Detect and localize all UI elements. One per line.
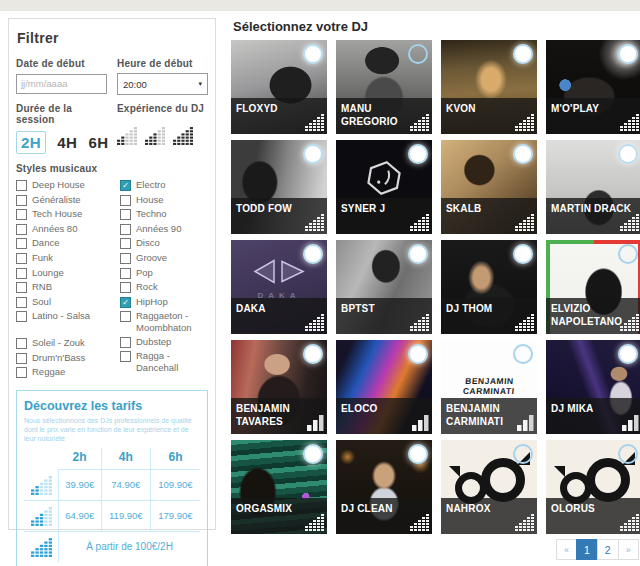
- dj-card-djthom[interactable]: DJ THOM: [441, 240, 537, 334]
- dj-select-circle[interactable]: [303, 44, 323, 64]
- dj-select-circle[interactable]: [303, 344, 323, 364]
- style-checkbox-ann-es-80[interactable]: Années 80: [16, 223, 120, 235]
- style-checkbox-techno[interactable]: Techno: [120, 208, 208, 220]
- dj-card-nahrox[interactable]: NAHROX: [441, 440, 537, 534]
- dj-select-circle[interactable]: [408, 44, 428, 64]
- style-checkbox-rnb[interactable]: RNB: [16, 281, 120, 293]
- styles-left-column: Deep HouseGénéralisteTech HouseAnnées 80…: [16, 179, 120, 381]
- bars-icon: [622, 415, 639, 431]
- style-label: Ragga - Dancehall: [136, 350, 208, 373]
- equalizer-icon: [305, 513, 324, 531]
- style-checkbox-g-n-raliste[interactable]: Généraliste: [16, 194, 120, 206]
- equalizer-icon: [410, 113, 429, 131]
- dj-select-circle[interactable]: [513, 144, 533, 164]
- pagination-prev[interactable]: «: [556, 539, 577, 560]
- dj-card-synerj[interactable]: SYNER J: [336, 140, 432, 234]
- style-checkbox-disco[interactable]: Disco: [120, 237, 208, 249]
- experience-section: Expérience du DJ: [117, 103, 208, 155]
- experience-level-1-icon[interactable]: [117, 126, 137, 145]
- experience-level-2-icon[interactable]: [145, 126, 165, 145]
- duration-option-2h[interactable]: 2H: [16, 131, 46, 154]
- dj-card-floxyd[interactable]: FLOXYD: [231, 40, 327, 134]
- dj-select-circle[interactable]: [303, 144, 323, 164]
- style-checkbox-pop[interactable]: Pop: [120, 267, 208, 279]
- dj-card-orgasmix[interactable]: ORGASMIX: [231, 440, 327, 534]
- style-checkbox-rock[interactable]: Rock: [120, 281, 208, 293]
- checkbox-unchecked-icon: [120, 195, 131, 206]
- style-checkbox-ann-es-90[interactable]: Années 90: [120, 223, 208, 235]
- equalizer-icon: [620, 113, 639, 131]
- checkbox-unchecked-icon: [16, 253, 27, 264]
- style-checkbox-dance[interactable]: Dance: [16, 237, 120, 249]
- style-checkbox-reggae[interactable]: Reggae: [16, 366, 120, 378]
- equalizer-icon: [305, 313, 324, 331]
- date-input[interactable]: [16, 74, 107, 94]
- dj-select-circle[interactable]: [618, 144, 638, 164]
- pagination-page-1[interactable]: 1: [576, 539, 598, 560]
- dj-select-circle[interactable]: [618, 444, 638, 464]
- dj-select-circle[interactable]: [618, 44, 638, 64]
- equalizer-icon: [620, 513, 639, 531]
- dj-select-circle[interactable]: [513, 244, 533, 264]
- dj-select-circle[interactable]: [513, 444, 533, 464]
- style-checkbox-latino-salsa[interactable]: Latino - Salsa: [16, 310, 120, 322]
- date-label: Date de début: [16, 58, 107, 69]
- dj-card-daka[interactable]: DAKADAKA: [231, 240, 327, 334]
- style-checkbox-house[interactable]: House: [120, 194, 208, 206]
- equalizer-icon: [620, 213, 639, 231]
- dj-card-olorus[interactable]: OLORUS: [546, 440, 640, 534]
- hexagon-logo: [361, 154, 407, 200]
- style-checkbox-tech-house[interactable]: Tech House: [16, 208, 120, 220]
- dj-name: DJ MIKA: [551, 402, 638, 415]
- dj-select-circle[interactable]: [303, 244, 323, 264]
- pagination-page-2[interactable]: 2: [597, 539, 619, 560]
- dj-select-circle[interactable]: [303, 444, 323, 464]
- duration-option-6h[interactable]: 6H: [88, 134, 108, 151]
- experience-level-3-icon[interactable]: [173, 126, 193, 145]
- dj-card-manugregorio[interactable]: MANUGREGORIO: [336, 40, 432, 134]
- style-checkbox-ragga-dancehall[interactable]: Ragga - Dancehall: [120, 350, 208, 373]
- dj-card-kvon[interactable]: KVON: [441, 40, 537, 134]
- style-checkbox-groove[interactable]: Groove: [120, 252, 208, 264]
- tarif-price: 39.90€: [59, 470, 102, 501]
- dj-card-martindrack[interactable]: MARTIN DRACK: [546, 140, 640, 234]
- style-checkbox-funk[interactable]: Funk: [16, 252, 120, 264]
- style-label: Généraliste: [32, 194, 81, 205]
- tarif-price: 74.90€: [101, 470, 150, 501]
- style-checkbox-soleil-zouk[interactable]: Soleil - Zouk: [16, 337, 120, 349]
- style-checkbox-dubstep[interactable]: Dubstep: [120, 336, 208, 348]
- style-checkbox-soul[interactable]: Soul: [16, 296, 120, 308]
- dj-card-elvizio[interactable]: ELVIZIONAPOLETANO: [546, 240, 640, 334]
- checkbox-unchecked-icon: [120, 337, 131, 348]
- dj-select-circle[interactable]: [408, 444, 428, 464]
- dj-card-djclean[interactable]: DJ CLEAN: [336, 440, 432, 534]
- dj-card-moplay[interactable]: M'O'PLAY: [546, 40, 640, 134]
- time-select[interactable]: 20:00 ▾: [117, 73, 208, 95]
- dj-card-eloco[interactable]: ELOCO: [336, 340, 432, 434]
- style-checkbox-deep-house[interactable]: Deep House: [16, 179, 120, 191]
- dj-card-benjamincarminati[interactable]: BENJAMINCARMINATIBENJAMINCARMINATI: [441, 340, 537, 434]
- dj-card-benjamintavares[interactable]: BENJAMINTAVARES: [231, 340, 327, 434]
- dj-select-circle[interactable]: [408, 244, 428, 264]
- dj-card-skalb[interactable]: SKALB: [441, 140, 537, 234]
- style-checkbox-hiphop[interactable]: ✓HipHop: [120, 296, 208, 308]
- dj-card-djmika[interactable]: DJ MIKA: [546, 340, 640, 434]
- style-checkbox-lounge[interactable]: Lounge: [16, 267, 120, 279]
- dj-select-circle[interactable]: [408, 144, 428, 164]
- dj-select-circle[interactable]: [408, 344, 428, 364]
- style-checkbox-drum-n-bass[interactable]: Drum'n'Bass: [16, 352, 120, 364]
- duration-option-4h[interactable]: 4H: [57, 134, 77, 151]
- dj-card-bptst[interactable]: BPTST: [336, 240, 432, 334]
- dj-select-circle[interactable]: [618, 244, 638, 264]
- checkbox-unchecked-icon: [16, 180, 27, 191]
- dj-select-circle[interactable]: [618, 344, 638, 364]
- pagination-next[interactable]: »: [618, 539, 639, 560]
- tarifs-title: Découvrez les tarifs: [24, 399, 200, 413]
- style-label: Pop: [136, 267, 153, 278]
- dj-card-toddfow[interactable]: TODD FOW: [231, 140, 327, 234]
- dj-select-circle[interactable]: [513, 344, 533, 364]
- dj-select-circle[interactable]: [513, 44, 533, 64]
- style-checkbox-electro[interactable]: ✓Electro: [120, 179, 208, 191]
- style-checkbox-raggaeton-moombhaton[interactable]: Raggaeton - Moombhaton: [120, 310, 208, 333]
- equalizer-icon: [305, 213, 324, 231]
